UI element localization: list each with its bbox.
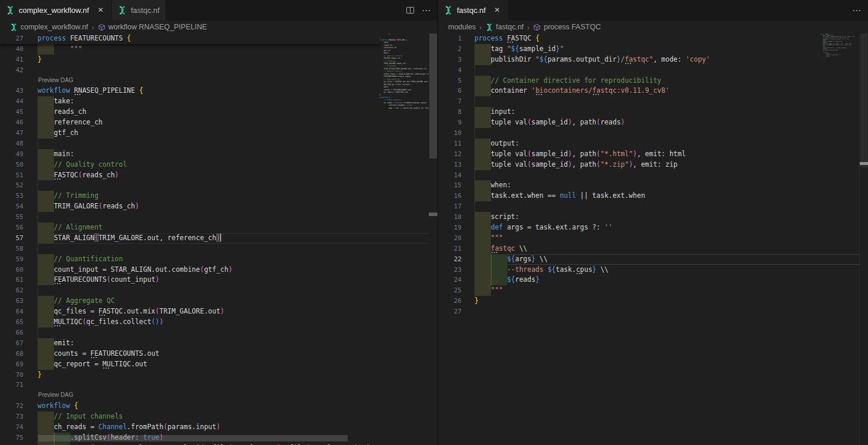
code-line[interactable]: 73 // Input channels (0, 412, 429, 422)
code-line[interactable]: 61 FEATURECOUNTS(count_input) (0, 275, 429, 285)
close-icon[interactable]: ✕ (96, 5, 106, 15)
tab-complex-workflow[interactable]: complex_workflow.nf ✕ (0, 0, 112, 21)
code-line[interactable]: 26} (438, 296, 859, 306)
minimap[interactable]: """}workflow RNASEQ_PIPELINE { take: rea… (379, 33, 429, 146)
tab-fastqc-right[interactable]: fastqc.nf ✕ (438, 0, 508, 21)
breadcrumb-symbol[interactable]: workflow RNASEQ_PIPELINE (98, 23, 207, 31)
code-line[interactable]: 60 count_input = STAR_ALIGN.out.combine(… (0, 265, 429, 275)
code-line[interactable]: 66 (0, 328, 429, 338)
code-line[interactable]: 43workflow RNASEQ_PIPELINE { (0, 86, 429, 96)
code-line[interactable]: 25 """ (438, 285, 859, 296)
code-line[interactable]: 53 // Trimming (0, 191, 429, 201)
code-line[interactable]: 57 STAR_ALIGN(TRIM_GALORE.out, reference… (0, 233, 429, 244)
code-line[interactable]: 70} (0, 370, 429, 380)
line-number: 67 (0, 338, 23, 349)
code-line[interactable]: 16 task.ext.when == null || task.ext.whe… (438, 191, 859, 201)
code-line[interactable]: 3 publishDir "${params.output_dir}/fastq… (438, 55, 859, 65)
code-line[interactable]: 6 container 'biocontainers/fastqc:v0.11.… (438, 86, 859, 96)
code-line[interactable]: 23 --threads ${task.cpus} \\ (438, 265, 859, 275)
codelens-row[interactable]: Preview DAG (0, 76, 429, 86)
code-line[interactable]: 2 tag "${sample_id}" (438, 44, 859, 55)
code-line[interactable]: 63 // Aggregate QC (0, 296, 429, 306)
code-line[interactable]: 56 // Alignment (0, 222, 429, 233)
code-line[interactable]: 21 fastqc \\ (438, 244, 859, 254)
code-line[interactable]: 54 TRIM_GALORE(reads_ch) (0, 201, 429, 212)
code-line[interactable]: 12 tuple val(sample_id), path("*.html"),… (438, 149, 859, 160)
codelens-row[interactable]: Preview DAG (0, 390, 429, 401)
breadcrumb-file[interactable]: complex_workflow.nf (10, 23, 88, 31)
breadcrumb-symbol[interactable]: process FASTQC (533, 23, 601, 31)
code-line[interactable]: 59 // Quantification (0, 254, 429, 265)
code-text: process FEATURECOUNTS { (38, 33, 131, 44)
code-line[interactable]: 40 """ (0, 44, 429, 55)
codelens-link[interactable]: Preview DAG (38, 75, 73, 86)
scrollbar-slider[interactable] (429, 33, 437, 159)
line-number: 4 (438, 65, 462, 76)
close-icon[interactable]: ✕ (492, 5, 502, 15)
code-line[interactable]: 47 gtf_ch (0, 128, 429, 139)
code-line[interactable]: 50 // Quality control (0, 160, 429, 170)
vertical-scrollbar[interactable] (859, 33, 868, 445)
tab-fastqc[interactable]: fastqc.nf (112, 0, 166, 21)
code-editor-right[interactable]: 1process FASTQC {2 tag "${sample_id}"3 p… (438, 33, 868, 445)
more-actions-icon[interactable]: ⋯ (852, 5, 861, 16)
code-line[interactable]: 5 // Container directive for reproducibi… (438, 76, 859, 86)
code-line[interactable]: 24 ${reads} (438, 275, 859, 285)
horizontal-scrollbar[interactable] (0, 435, 429, 441)
code-line[interactable]: 71 (0, 380, 429, 390)
code-line[interactable]: 51 FASTQC(reads_ch) (0, 170, 429, 181)
code-line[interactable]: 14 (438, 170, 859, 181)
code-line[interactable]: 15 when: (438, 180, 859, 191)
code-line[interactable]: 52 (0, 180, 429, 191)
code-editor-left[interactable]: 40 """41}42Preview DAG43workflow RNASEQ_… (0, 33, 438, 445)
code-line[interactable]: 55 (0, 212, 429, 222)
more-actions-icon[interactable]: ⋯ (422, 5, 430, 16)
split-editor-icon[interactable] (406, 6, 415, 15)
code-line[interactable]: 13 tuple val(sample_id), path("*.zip"), … (438, 160, 859, 170)
line-number: 57 (0, 233, 23, 244)
scrollbar-slider[interactable] (860, 33, 867, 167)
code-line[interactable]: 74 ch_reads = Channel.fromPath(params.in… (0, 422, 429, 433)
code-line[interactable]: 67 emit: (0, 338, 429, 349)
code-text: counts = FEATURECOUNTS.out (38, 349, 160, 359)
code-line[interactable]: 45 reads_ch (0, 107, 429, 117)
minimap[interactable]: process FASTQC { tag "${sample_id}" publ… (820, 33, 859, 68)
code-line[interactable]: 69 qc_report = MULTIQC.out (0, 359, 429, 370)
line-number: 6 (438, 86, 462, 96)
code-line[interactable]: 11 output: (438, 139, 859, 149)
code-line[interactable]: 46 reference_ch (0, 117, 429, 128)
scrollbar-slider[interactable] (38, 435, 348, 441)
code-line[interactable]: 64 qc_files = FASTQC.out.mix(TRIM_GALORE… (0, 306, 429, 317)
code-line[interactable]: 58 (0, 244, 429, 254)
code-text: TRIM_GALORE(reads_ch) (38, 201, 139, 212)
code-line[interactable]: 41} (0, 55, 429, 65)
code-line[interactable]: 10 (438, 128, 859, 139)
code-line[interactable]: 19 def args = task.ext.args ?: '' (438, 222, 859, 233)
code-line[interactable]: 27process FEATURECOUNTS { (0, 33, 379, 44)
code-line[interactable]: 4 (438, 65, 859, 76)
code-line[interactable]: 8 input: (438, 107, 859, 117)
breadcrumb-folder[interactable]: modules (448, 23, 476, 31)
code-line[interactable]: 17 (438, 201, 859, 212)
code-line[interactable]: 18 script: (438, 212, 859, 222)
vertical-scrollbar[interactable] (429, 33, 438, 445)
code-line[interactable]: 68 counts = FEATURECOUNTS.out (0, 349, 429, 359)
code-line[interactable]: 27 (438, 306, 859, 317)
sticky-scroll[interactable]: 27process FEATURECOUNTS { (0, 33, 379, 44)
code-line[interactable]: 62 (0, 285, 429, 296)
code-line[interactable]: 22 ${args} \\ (438, 254, 859, 265)
nextflow-icon (118, 6, 127, 15)
codelens-link[interactable]: Preview DAG (38, 390, 73, 401)
code-line[interactable]: 42 (0, 65, 429, 76)
code-line[interactable]: 1process FASTQC { (438, 33, 859, 44)
breadcrumb-file[interactable]: fastqc.nf (486, 23, 524, 31)
code-line[interactable]: 49 main: (0, 149, 429, 160)
code-line[interactable]: 48 (0, 139, 429, 149)
line-number: 2 (438, 44, 462, 55)
code-line[interactable]: 44 take: (0, 96, 429, 107)
code-line[interactable]: 7 (438, 96, 859, 107)
code-line[interactable]: 65 MULTIQC(qc_files.collect()) (0, 317, 429, 328)
code-line[interactable]: 72workflow { (0, 401, 429, 412)
code-line[interactable]: 9 tuple val(sample_id), path(reads) (438, 117, 859, 128)
code-line[interactable]: 20 """ (438, 233, 859, 244)
